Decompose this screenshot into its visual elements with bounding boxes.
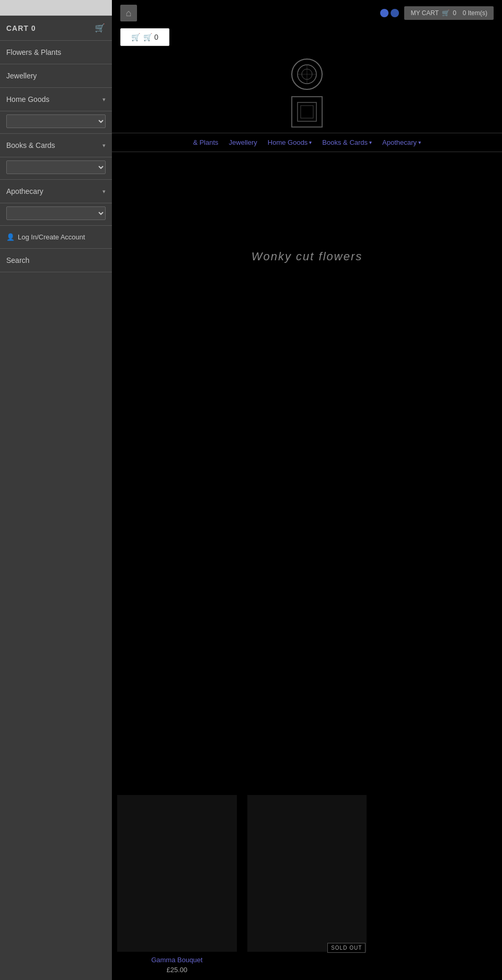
svg-rect-4 <box>298 102 316 121</box>
sidebar-cart-button[interactable]: CART 0 🛒 <box>0 16 112 41</box>
sidebar-books-cards-dropdown <box>0 157 112 180</box>
cart-items-label: 0 Item(s) <box>463 9 487 17</box>
top-nav-apothecary[interactable]: Apothecary ▾ <box>382 139 421 146</box>
product-card-0: Gamma Bouquet £25.00 <box>112 790 242 979</box>
apothecary-select[interactable] <box>6 206 106 220</box>
logo-emblem-2 <box>291 96 323 128</box>
sidebar-home-goods-dropdown <box>0 111 112 134</box>
cart-icon-float: 🛒 <box>131 33 140 41</box>
product-image-0 <box>117 795 237 952</box>
sidebar-item-apothecary-label: Apothecary <box>6 187 43 195</box>
cart-icon-header: 🛒 <box>442 9 450 17</box>
sidebar-item-home-goods-label: Home Goods <box>6 95 49 103</box>
sidebar-item-flowers-label: Flowers & Plants <box>6 48 61 56</box>
books-cards-select[interactable] <box>6 160 106 174</box>
sidebar-search-link[interactable]: Search <box>0 249 112 272</box>
sidebar-item-jewellery-label: Jewellery <box>6 72 37 80</box>
product-name-0: Gamma Bouquet <box>117 956 237 964</box>
sidebar-item-flowers[interactable]: Flowers & Plants <box>0 41 112 64</box>
product-price-0: £25.00 <box>117 966 237 974</box>
product-image-1 <box>247 795 367 952</box>
hero-area: Wonky cut flowers <box>112 152 502 361</box>
cart-count: 0 <box>453 9 457 17</box>
header-right: MY CART 🛒 0 0 Item(s) <box>380 6 494 20</box>
top-nav-books-cards-label: Books & Cards <box>322 139 368 146</box>
logo-icon: ⌂ <box>126 8 132 19</box>
user-icon: 👤 <box>6 233 15 241</box>
main-dark-area <box>112 361 502 779</box>
chevron-down-icon: ▾ <box>102 142 106 149</box>
sidebar-item-home-goods[interactable]: Home Goods ▾ <box>0 88 112 111</box>
top-nav-plants[interactable]: & Plants <box>193 139 218 146</box>
sidebar-item-books-cards-label: Books & Cards <box>6 141 55 149</box>
sidebar-search-bar[interactable] <box>0 0 112 16</box>
home-goods-select[interactable] <box>6 114 106 128</box>
top-nav-home-goods[interactable]: Home Goods ▾ <box>268 139 312 146</box>
chevron-down-icon: ▾ <box>102 96 106 103</box>
sidebar-item-jewellery[interactable]: Jewellery <box>0 64 112 88</box>
hero-text: Wonky cut flowers <box>252 250 363 263</box>
top-nav-home-goods-label: Home Goods <box>268 139 308 146</box>
cart-icon: 🛒 <box>95 23 106 33</box>
social-icons <box>380 9 399 17</box>
cart-float-label: 🛒 0 <box>143 33 158 41</box>
my-cart-label: MY CART <box>410 9 439 17</box>
site-header: ⌂ MY CART 🛒 0 0 Item(s) <box>112 0 502 26</box>
sold-out-badge: SOLD OUT <box>327 943 366 953</box>
chevron-down-icon: ▾ <box>418 140 421 145</box>
cart-float-button[interactable]: 🛒 🛒 0 <box>120 28 169 46</box>
sidebar-login-button[interactable]: 👤 Log In/Create Account <box>0 226 112 249</box>
logo-area <box>112 48 502 133</box>
sidebar-search-input[interactable] <box>4 4 108 11</box>
sidebar-search-label: Search <box>6 256 29 264</box>
social-icon-1[interactable] <box>380 9 389 17</box>
product-card-1: SOLD OUT <box>242 790 372 979</box>
my-cart-button[interactable]: MY CART 🛒 0 0 Item(s) <box>404 6 494 20</box>
social-icon-2[interactable] <box>391 9 399 17</box>
sidebar: CART 0 🛒 Flowers & Plants Jewellery Home… <box>0 0 112 980</box>
sidebar-login-label: Log In/Create Account <box>18 233 85 241</box>
sidebar-item-books-cards[interactable]: Books & Cards ▾ <box>0 134 112 157</box>
product-grid: Gamma Bouquet £25.00 SOLD OUT <box>112 779 502 980</box>
chevron-down-icon: ▾ <box>369 140 372 145</box>
top-nav-jewellery-label: Jewellery <box>229 139 257 146</box>
chevron-down-icon: ▾ <box>102 188 106 195</box>
sidebar-item-apothecary[interactable]: Apothecary ▾ <box>0 180 112 203</box>
top-nav-apothecary-label: Apothecary <box>382 139 417 146</box>
logo-icon-box: ⌂ <box>120 5 137 21</box>
svg-rect-5 <box>301 106 313 118</box>
chevron-down-icon: ▾ <box>309 140 312 145</box>
top-nav-jewellery[interactable]: Jewellery <box>229 139 257 146</box>
sidebar-cart-label: CART 0 <box>6 24 36 32</box>
sidebar-apothecary-dropdown <box>0 203 112 226</box>
top-nav-books-cards[interactable]: Books & Cards ▾ <box>322 139 372 146</box>
top-nav: & Plants Jewellery Home Goods ▾ Books & … <box>112 133 502 152</box>
logo-emblem-1 <box>291 59 323 90</box>
main-content: ⌂ MY CART 🛒 0 0 Item(s) 🛒 🛒 0 <box>112 0 502 980</box>
top-nav-plants-label: & Plants <box>193 139 218 146</box>
